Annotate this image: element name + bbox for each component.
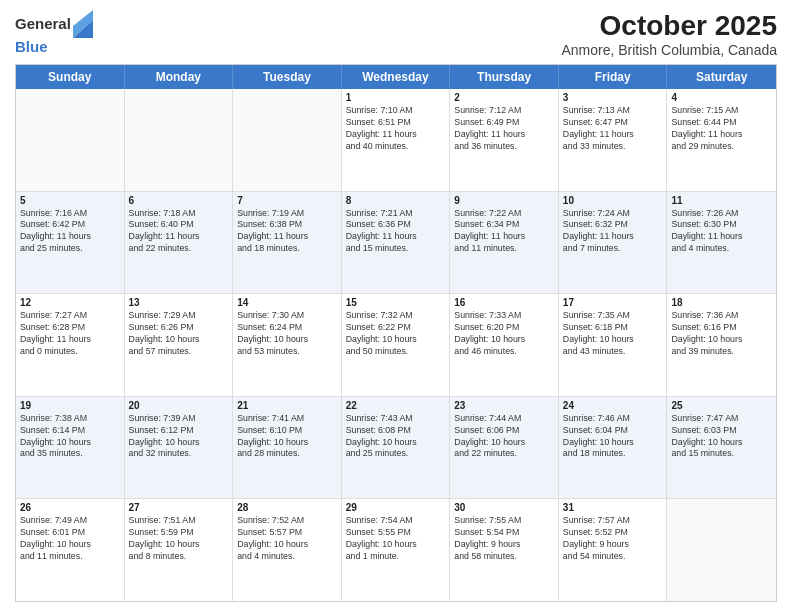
- cell-info: Sunrise: 7:12 AM Sunset: 6:49 PM Dayligh…: [454, 105, 554, 153]
- logo-icon: [73, 10, 93, 38]
- cell-date: 21: [237, 400, 337, 411]
- calendar-cell: 3Sunrise: 7:13 AM Sunset: 6:47 PM Daylig…: [559, 89, 668, 191]
- cell-info: Sunrise: 7:49 AM Sunset: 6:01 PM Dayligh…: [20, 515, 120, 563]
- page: General Blue October 2025 Anmore, Britis…: [0, 0, 792, 612]
- calendar-cell: 25Sunrise: 7:47 AM Sunset: 6:03 PM Dayli…: [667, 397, 776, 499]
- calendar-cell: 13Sunrise: 7:29 AM Sunset: 6:26 PM Dayli…: [125, 294, 234, 396]
- cell-info: Sunrise: 7:46 AM Sunset: 6:04 PM Dayligh…: [563, 413, 663, 461]
- cell-info: Sunrise: 7:21 AM Sunset: 6:36 PM Dayligh…: [346, 208, 446, 256]
- calendar-cell: 4Sunrise: 7:15 AM Sunset: 6:44 PM Daylig…: [667, 89, 776, 191]
- cell-date: 13: [129, 297, 229, 308]
- cell-date: 20: [129, 400, 229, 411]
- cell-info: Sunrise: 7:13 AM Sunset: 6:47 PM Dayligh…: [563, 105, 663, 153]
- cell-info: Sunrise: 7:19 AM Sunset: 6:38 PM Dayligh…: [237, 208, 337, 256]
- calendar-cell: 1Sunrise: 7:10 AM Sunset: 6:51 PM Daylig…: [342, 89, 451, 191]
- calendar-cell: 26Sunrise: 7:49 AM Sunset: 6:01 PM Dayli…: [16, 499, 125, 601]
- calendar-cell: 22Sunrise: 7:43 AM Sunset: 6:08 PM Dayli…: [342, 397, 451, 499]
- subtitle: Anmore, British Columbia, Canada: [561, 42, 777, 58]
- logo-general-text: General: [15, 16, 71, 33]
- cell-date: 31: [563, 502, 663, 513]
- cell-date: 16: [454, 297, 554, 308]
- day-header: Thursday: [450, 65, 559, 89]
- cell-info: Sunrise: 7:30 AM Sunset: 6:24 PM Dayligh…: [237, 310, 337, 358]
- cell-info: Sunrise: 7:32 AM Sunset: 6:22 PM Dayligh…: [346, 310, 446, 358]
- calendar-cell: [16, 89, 125, 191]
- calendar-body: 1Sunrise: 7:10 AM Sunset: 6:51 PM Daylig…: [16, 89, 776, 601]
- cell-date: 4: [671, 92, 772, 103]
- day-header: Saturday: [667, 65, 776, 89]
- cell-info: Sunrise: 7:16 AM Sunset: 6:42 PM Dayligh…: [20, 208, 120, 256]
- calendar-cell: 23Sunrise: 7:44 AM Sunset: 6:06 PM Dayli…: [450, 397, 559, 499]
- calendar-cell: 31Sunrise: 7:57 AM Sunset: 5:52 PM Dayli…: [559, 499, 668, 601]
- cell-date: 29: [346, 502, 446, 513]
- cell-date: 26: [20, 502, 120, 513]
- calendar-cell: 19Sunrise: 7:38 AM Sunset: 6:14 PM Dayli…: [16, 397, 125, 499]
- day-headers: SundayMondayTuesdayWednesdayThursdayFrid…: [16, 65, 776, 89]
- calendar-cell: 28Sunrise: 7:52 AM Sunset: 5:57 PM Dayli…: [233, 499, 342, 601]
- cell-info: Sunrise: 7:52 AM Sunset: 5:57 PM Dayligh…: [237, 515, 337, 563]
- calendar-cell: 24Sunrise: 7:46 AM Sunset: 6:04 PM Dayli…: [559, 397, 668, 499]
- calendar-cell: 18Sunrise: 7:36 AM Sunset: 6:16 PM Dayli…: [667, 294, 776, 396]
- cell-date: 7: [237, 195, 337, 206]
- cell-date: 8: [346, 195, 446, 206]
- cell-info: Sunrise: 7:51 AM Sunset: 5:59 PM Dayligh…: [129, 515, 229, 563]
- calendar-cell: 7Sunrise: 7:19 AM Sunset: 6:38 PM Daylig…: [233, 192, 342, 294]
- calendar: SundayMondayTuesdayWednesdayThursdayFrid…: [15, 64, 777, 602]
- cell-info: Sunrise: 7:54 AM Sunset: 5:55 PM Dayligh…: [346, 515, 446, 563]
- cell-info: Sunrise: 7:18 AM Sunset: 6:40 PM Dayligh…: [129, 208, 229, 256]
- cell-date: 15: [346, 297, 446, 308]
- cell-date: 11: [671, 195, 772, 206]
- logo: General Blue: [15, 10, 93, 56]
- calendar-cell: 10Sunrise: 7:24 AM Sunset: 6:32 PM Dayli…: [559, 192, 668, 294]
- cell-date: 22: [346, 400, 446, 411]
- cell-date: 24: [563, 400, 663, 411]
- cell-info: Sunrise: 7:36 AM Sunset: 6:16 PM Dayligh…: [671, 310, 772, 358]
- calendar-cell: [125, 89, 234, 191]
- cell-date: 12: [20, 297, 120, 308]
- cell-date: 6: [129, 195, 229, 206]
- cell-date: 25: [671, 400, 772, 411]
- main-title: October 2025: [561, 10, 777, 42]
- day-header: Friday: [559, 65, 668, 89]
- calendar-cell: [233, 89, 342, 191]
- cell-info: Sunrise: 7:33 AM Sunset: 6:20 PM Dayligh…: [454, 310, 554, 358]
- cell-info: Sunrise: 7:10 AM Sunset: 6:51 PM Dayligh…: [346, 105, 446, 153]
- calendar-cell: 14Sunrise: 7:30 AM Sunset: 6:24 PM Dayli…: [233, 294, 342, 396]
- calendar-cell: 29Sunrise: 7:54 AM Sunset: 5:55 PM Dayli…: [342, 499, 451, 601]
- day-header: Wednesday: [342, 65, 451, 89]
- calendar-cell: 21Sunrise: 7:41 AM Sunset: 6:10 PM Dayli…: [233, 397, 342, 499]
- cell-info: Sunrise: 7:29 AM Sunset: 6:26 PM Dayligh…: [129, 310, 229, 358]
- cell-date: 30: [454, 502, 554, 513]
- cell-date: 3: [563, 92, 663, 103]
- cell-info: Sunrise: 7:24 AM Sunset: 6:32 PM Dayligh…: [563, 208, 663, 256]
- cell-date: 14: [237, 297, 337, 308]
- logo-blue-text: Blue: [15, 38, 48, 55]
- cell-info: Sunrise: 7:26 AM Sunset: 6:30 PM Dayligh…: [671, 208, 772, 256]
- cell-info: Sunrise: 7:15 AM Sunset: 6:44 PM Dayligh…: [671, 105, 772, 153]
- calendar-cell: 11Sunrise: 7:26 AM Sunset: 6:30 PM Dayli…: [667, 192, 776, 294]
- cell-info: Sunrise: 7:22 AM Sunset: 6:34 PM Dayligh…: [454, 208, 554, 256]
- cell-info: Sunrise: 7:43 AM Sunset: 6:08 PM Dayligh…: [346, 413, 446, 461]
- calendar-row: 26Sunrise: 7:49 AM Sunset: 6:01 PM Dayli…: [16, 499, 776, 601]
- calendar-row: 5Sunrise: 7:16 AM Sunset: 6:42 PM Daylig…: [16, 192, 776, 295]
- calendar-cell: 5Sunrise: 7:16 AM Sunset: 6:42 PM Daylig…: [16, 192, 125, 294]
- cell-info: Sunrise: 7:57 AM Sunset: 5:52 PM Dayligh…: [563, 515, 663, 563]
- day-header: Sunday: [16, 65, 125, 89]
- cell-date: 27: [129, 502, 229, 513]
- cell-info: Sunrise: 7:47 AM Sunset: 6:03 PM Dayligh…: [671, 413, 772, 461]
- calendar-row: 1Sunrise: 7:10 AM Sunset: 6:51 PM Daylig…: [16, 89, 776, 192]
- cell-date: 19: [20, 400, 120, 411]
- calendar-cell: 9Sunrise: 7:22 AM Sunset: 6:34 PM Daylig…: [450, 192, 559, 294]
- cell-info: Sunrise: 7:39 AM Sunset: 6:12 PM Dayligh…: [129, 413, 229, 461]
- cell-info: Sunrise: 7:55 AM Sunset: 5:54 PM Dayligh…: [454, 515, 554, 563]
- calendar-cell: 15Sunrise: 7:32 AM Sunset: 6:22 PM Dayli…: [342, 294, 451, 396]
- cell-date: 10: [563, 195, 663, 206]
- cell-info: Sunrise: 7:44 AM Sunset: 6:06 PM Dayligh…: [454, 413, 554, 461]
- cell-date: 9: [454, 195, 554, 206]
- calendar-cell: 2Sunrise: 7:12 AM Sunset: 6:49 PM Daylig…: [450, 89, 559, 191]
- calendar-cell: 20Sunrise: 7:39 AM Sunset: 6:12 PM Dayli…: [125, 397, 234, 499]
- calendar-row: 12Sunrise: 7:27 AM Sunset: 6:28 PM Dayli…: [16, 294, 776, 397]
- calendar-cell: 8Sunrise: 7:21 AM Sunset: 6:36 PM Daylig…: [342, 192, 451, 294]
- cell-date: 28: [237, 502, 337, 513]
- day-header: Tuesday: [233, 65, 342, 89]
